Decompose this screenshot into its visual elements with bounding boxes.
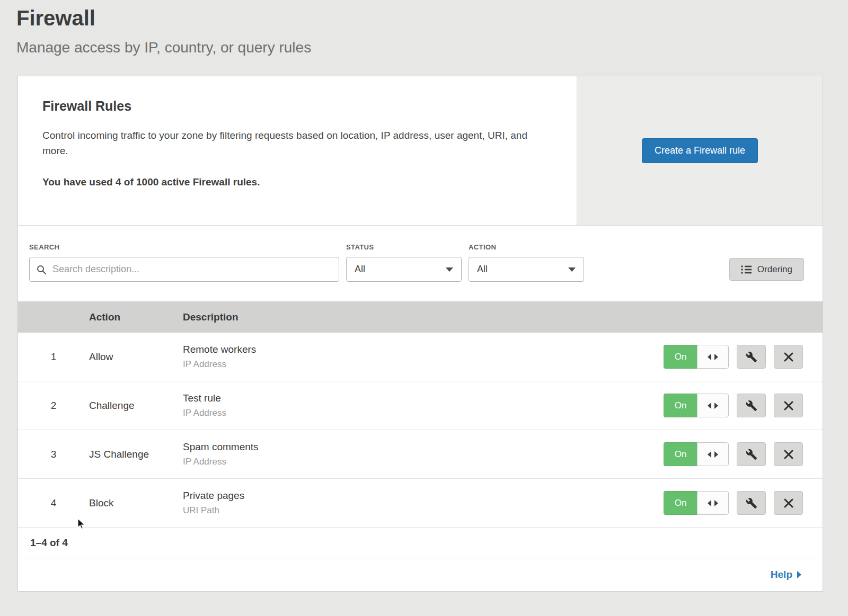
rule-description-cell: Test rule IP Address — [183, 392, 664, 418]
ordering-wrap: Ordering — [729, 258, 804, 281]
rule-toggle-group: On — [664, 491, 729, 515]
pagination-summary: 1–4 of 4 — [18, 528, 823, 558]
wrench-icon — [746, 449, 757, 460]
rule-description-cell: Spam comments IP Address — [183, 441, 664, 467]
card-intro: Firewall Rules Control incoming traffic … — [18, 76, 577, 225]
action-label: ACTION — [469, 243, 584, 251]
chevron-down-icon — [446, 267, 453, 272]
arrow-left-icon — [708, 403, 711, 409]
edit-rule-button[interactable] — [737, 491, 766, 515]
table-row: 3 JS Challenge Spam comments IP Address … — [18, 430, 823, 479]
rule-description: Private pages — [183, 490, 664, 502]
arrow-right-icon — [714, 500, 718, 506]
status-select-value: All — [355, 264, 365, 275]
search-label: SEARCH — [29, 243, 339, 251]
delete-rule-button[interactable] — [774, 345, 803, 369]
rule-toggle-group: On — [664, 442, 729, 466]
close-icon — [783, 498, 794, 508]
arrow-left-icon — [708, 500, 711, 506]
ordering-button[interactable]: Ordering — [729, 258, 804, 281]
status-label: STATUS — [346, 243, 462, 251]
page-subtitle: Manage access by IP, country, or query r… — [16, 39, 848, 56]
rule-description: Remote workers — [183, 344, 664, 355]
column-header-action: Action — [89, 311, 183, 323]
rule-action: Allow — [89, 351, 183, 363]
rule-field: URI Path — [183, 505, 664, 516]
arrow-left-icon — [708, 354, 711, 360]
chevron-down-icon — [568, 267, 576, 272]
table-row: 1 Allow Remote workers IP Address On — [18, 333, 823, 381]
rule-status-toggle[interactable]: On — [664, 345, 697, 369]
rule-status-toggle[interactable]: On — [664, 442, 697, 466]
action-select-value: All — [477, 264, 488, 275]
rule-action: JS Challenge — [89, 449, 183, 460]
rule-description-cell: Private pages URI Path — [183, 490, 664, 516]
edit-rule-button[interactable] — [737, 345, 766, 369]
arrow-left-icon — [708, 451, 711, 458]
rule-action: Challenge — [89, 400, 183, 412]
wrench-icon — [746, 497, 757, 509]
status-filter: STATUS All — [346, 243, 462, 282]
rule-field: IP Address — [183, 408, 664, 418]
arrow-right-icon — [714, 451, 718, 458]
card-description: Control incoming traffic to your zone by… — [42, 128, 543, 159]
edit-rule-button[interactable] — [737, 394, 766, 417]
reorder-handle[interactable] — [697, 345, 729, 369]
rule-priority: 1 — [18, 351, 89, 363]
ordering-button-label: Ordering — [757, 264, 792, 275]
action-select[interactable]: All — [469, 257, 584, 282]
rule-controls: On — [664, 345, 823, 369]
status-select[interactable]: All — [346, 257, 462, 282]
search-input[interactable] — [51, 263, 332, 275]
rule-description-cell: Remote workers IP Address — [183, 344, 664, 370]
search-filter: SEARCH — [29, 243, 339, 282]
delete-rule-button[interactable] — [774, 491, 803, 515]
help-link-label: Help — [771, 569, 792, 581]
rule-field: IP Address — [183, 457, 664, 467]
wrench-icon — [746, 351, 757, 363]
table-header: Action Description — [18, 301, 823, 333]
firewall-rules-card: Firewall Rules Control incoming traffic … — [17, 76, 823, 592]
rule-status-toggle[interactable]: On — [664, 394, 697, 417]
rule-action: Block — [89, 497, 183, 509]
help-link[interactable]: Help — [771, 569, 801, 581]
rule-priority: 2 — [18, 400, 89, 412]
ordering-list-icon — [741, 265, 752, 274]
wrench-icon — [746, 400, 757, 412]
close-icon — [783, 352, 794, 362]
rule-toggle-group: On — [664, 394, 729, 417]
rule-priority: 3 — [18, 449, 89, 460]
page-title: Firewall — [16, 6, 848, 30]
rule-controls: On — [664, 442, 823, 466]
rule-status-toggle[interactable]: On — [664, 491, 697, 515]
rule-controls: On — [664, 491, 823, 515]
rule-description: Test rule — [183, 392, 664, 404]
arrow-right-icon — [714, 354, 718, 360]
filter-bar: SEARCH STATUS All ACTION All — [18, 226, 823, 301]
action-filter: ACTION All — [469, 243, 584, 282]
rule-controls: On — [664, 394, 823, 417]
reorder-handle[interactable] — [697, 442, 729, 466]
rule-toggle-group: On — [664, 345, 729, 369]
reorder-handle[interactable] — [697, 491, 729, 515]
search-input-wrapper[interactable] — [29, 257, 339, 282]
rule-field: IP Address — [183, 359, 664, 370]
rules-usage-text: You have used 4 of 1000 active Firewall … — [42, 176, 545, 188]
close-icon — [783, 400, 794, 411]
column-header-description: Description — [183, 311, 823, 323]
delete-rule-button[interactable] — [774, 394, 803, 417]
close-icon — [783, 449, 794, 460]
table-row: 2 Challenge Test rule IP Address On — [18, 381, 823, 430]
delete-rule-button[interactable] — [774, 442, 803, 466]
reorder-handle[interactable] — [697, 394, 729, 417]
card-heading: Firewall Rules — [42, 99, 545, 114]
search-icon — [36, 264, 47, 275]
create-firewall-rule-button[interactable]: Create a Firewall rule — [642, 138, 758, 163]
card-action-panel: Create a Firewall rule — [577, 76, 823, 225]
rule-description: Spam comments — [183, 441, 664, 453]
arrow-right-icon — [714, 403, 718, 409]
edit-rule-button[interactable] — [737, 442, 766, 466]
table-row: 4 Block Private pages URI Path On — [18, 479, 823, 528]
rule-priority: 4 — [18, 497, 89, 509]
card-top-section: Firewall Rules Control incoming traffic … — [18, 76, 823, 226]
